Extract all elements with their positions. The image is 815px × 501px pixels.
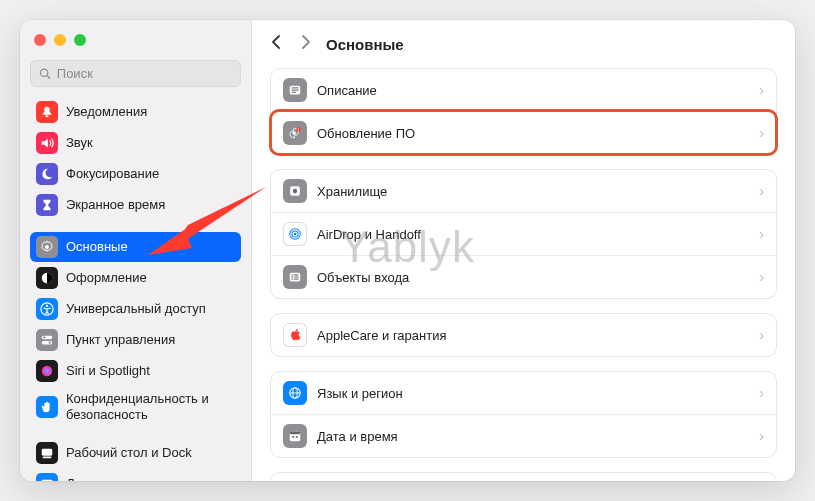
settings-group-4: Общий доступ› bbox=[270, 472, 777, 481]
sidebar-item-label: Дисплеи bbox=[66, 476, 118, 481]
settings-row[interactable]: Дата и время› bbox=[271, 414, 776, 457]
svg-point-12 bbox=[42, 366, 53, 377]
svg-rect-41 bbox=[292, 436, 294, 438]
row-label: Обновление ПО bbox=[317, 126, 749, 141]
row-label: Хранилище bbox=[317, 184, 749, 199]
calendar-icon bbox=[288, 429, 302, 443]
sidebar-item-7[interactable]: Пункт управления bbox=[30, 325, 241, 355]
search-icon bbox=[39, 67, 51, 80]
svg-point-2 bbox=[40, 69, 47, 76]
sidebar-item-9[interactable]: Конфиденциальность и безопасность bbox=[30, 387, 241, 426]
settings-row[interactable]: Язык и регион› bbox=[271, 372, 776, 414]
chevron-right-icon: › bbox=[759, 226, 764, 242]
search-input[interactable] bbox=[57, 66, 232, 81]
nav-arrows bbox=[270, 34, 312, 54]
info-icon bbox=[288, 83, 302, 97]
row-label: Язык и регион bbox=[317, 386, 749, 401]
disk-icon bbox=[283, 179, 307, 203]
sidebar-item-6[interactable]: Универсальный доступ bbox=[30, 294, 241, 324]
settings-row[interactable]: Хранилище› bbox=[271, 170, 776, 212]
dock-icon bbox=[40, 446, 54, 460]
list-icon bbox=[288, 270, 302, 284]
sidebar-item-11[interactable]: Дисплеи bbox=[30, 469, 241, 481]
settings-row[interactable]: AppleCare и гарантия› bbox=[271, 314, 776, 356]
dock-icon bbox=[36, 442, 58, 464]
hourglass-icon bbox=[36, 194, 58, 216]
svg-rect-33 bbox=[294, 276, 298, 277]
list-icon bbox=[283, 265, 307, 289]
svg-point-4 bbox=[45, 245, 49, 249]
svg-rect-40 bbox=[290, 432, 301, 435]
siri-icon bbox=[36, 360, 58, 382]
svg-point-25 bbox=[293, 189, 297, 193]
sidebar-item-label: Основные bbox=[66, 239, 128, 255]
settings-row[interactable]: Общий доступ› bbox=[271, 473, 776, 481]
bell-icon bbox=[40, 105, 54, 119]
sidebar-item-5[interactable]: Оформление bbox=[30, 263, 241, 293]
settings-group-3: Язык и регион›Дата и время› bbox=[270, 371, 777, 458]
search-field[interactable] bbox=[30, 60, 241, 87]
settings-row[interactable]: Объекты входа› bbox=[271, 255, 776, 298]
sidebar-item-10[interactable]: Рабочий стол и Dock bbox=[30, 438, 241, 468]
gear-icon bbox=[40, 240, 54, 254]
hand-icon bbox=[36, 396, 58, 418]
disk-icon bbox=[288, 184, 302, 198]
svg-point-28 bbox=[294, 233, 297, 236]
sidebar-item-8[interactable]: Siri и Spotlight bbox=[30, 356, 241, 386]
sidebar-item-label: Универсальный доступ bbox=[66, 301, 206, 317]
moon-icon bbox=[36, 163, 58, 185]
forward-button[interactable] bbox=[300, 34, 312, 54]
svg-point-7 bbox=[46, 305, 48, 307]
sidebar-item-label: Оформление bbox=[66, 270, 147, 286]
apple-icon bbox=[288, 328, 302, 342]
siri-icon bbox=[40, 364, 54, 378]
window-controls bbox=[30, 30, 241, 60]
svg-rect-35 bbox=[294, 279, 298, 280]
settings-row[interactable]: Описание› bbox=[271, 69, 776, 111]
svg-rect-31 bbox=[294, 274, 298, 275]
chevron-right-icon: › bbox=[759, 327, 764, 343]
minimize-button[interactable] bbox=[54, 34, 66, 46]
airdrop-icon bbox=[288, 227, 302, 241]
sidebar: УведомленияЗвукФокусированиеЭкранное вре… bbox=[20, 20, 252, 481]
settings-row[interactable]: 1Обновление ПО› bbox=[271, 111, 776, 154]
svg-point-11 bbox=[48, 341, 50, 343]
settings-row[interactable]: AirDrop и Handoff› bbox=[271, 212, 776, 255]
row-label: Описание bbox=[317, 83, 749, 98]
sidebar-list: УведомленияЗвукФокусированиеЭкранное вре… bbox=[30, 97, 241, 481]
bell-icon bbox=[36, 101, 58, 123]
chevron-right-icon: › bbox=[759, 428, 764, 444]
chevron-right-icon: › bbox=[759, 385, 764, 401]
display-icon bbox=[36, 473, 58, 481]
svg-rect-30 bbox=[292, 274, 294, 275]
gear-badge-icon: 1 bbox=[288, 126, 302, 140]
back-button[interactable] bbox=[270, 34, 282, 54]
sidebar-item-0[interactable]: Уведомления bbox=[30, 97, 241, 127]
accessibility-icon bbox=[40, 302, 54, 316]
sidebar-item-1[interactable]: Звук bbox=[30, 128, 241, 158]
svg-rect-42 bbox=[296, 436, 298, 438]
svg-line-3 bbox=[47, 76, 50, 79]
maximize-button[interactable] bbox=[74, 34, 86, 46]
svg-rect-13 bbox=[42, 449, 53, 456]
svg-rect-14 bbox=[43, 457, 52, 459]
switches-icon bbox=[36, 329, 58, 351]
sidebar-item-label: Пункт управления bbox=[66, 332, 175, 348]
sidebar-item-3[interactable]: Экранное время bbox=[30, 190, 241, 220]
svg-rect-19 bbox=[292, 90, 299, 91]
svg-text:1: 1 bbox=[298, 128, 300, 132]
svg-rect-15 bbox=[42, 480, 53, 481]
speaker-icon bbox=[40, 136, 54, 150]
chevron-right-icon: › bbox=[759, 125, 764, 141]
row-label: Объекты входа bbox=[317, 270, 749, 285]
svg-rect-32 bbox=[292, 276, 294, 277]
main-panel: Основные Описание›1Обновление ПО›Хранили… bbox=[252, 20, 795, 481]
info-icon bbox=[283, 78, 307, 102]
sidebar-item-4[interactable]: Основные bbox=[30, 232, 241, 262]
sidebar-item-2[interactable]: Фокусирование bbox=[30, 159, 241, 189]
settings-window: Yablyk УведомленияЗвукФокусированиеЭкран… bbox=[20, 20, 795, 481]
globe-icon bbox=[288, 386, 302, 400]
settings-group-1: Хранилище›AirDrop и Handoff›Объекты вход… bbox=[270, 169, 777, 299]
sidebar-item-label: Уведомления bbox=[66, 104, 147, 120]
close-button[interactable] bbox=[34, 34, 46, 46]
